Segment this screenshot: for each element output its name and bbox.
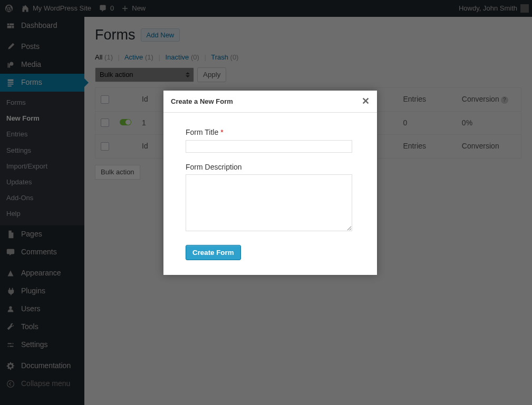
new-form-modal: Create a New Form ✕ Form Title * Form De… [163, 91, 377, 275]
close-icon[interactable]: ✕ [362, 95, 370, 108]
form-description-label: Form Description [186, 162, 355, 173]
create-form-button[interactable]: Create Form [186, 245, 241, 260]
form-title-label: Form Title * [186, 127, 355, 138]
form-description-textarea[interactable] [186, 174, 352, 231]
form-title-input[interactable] [186, 140, 352, 153]
modal-title: Create a New Form [171, 97, 233, 106]
